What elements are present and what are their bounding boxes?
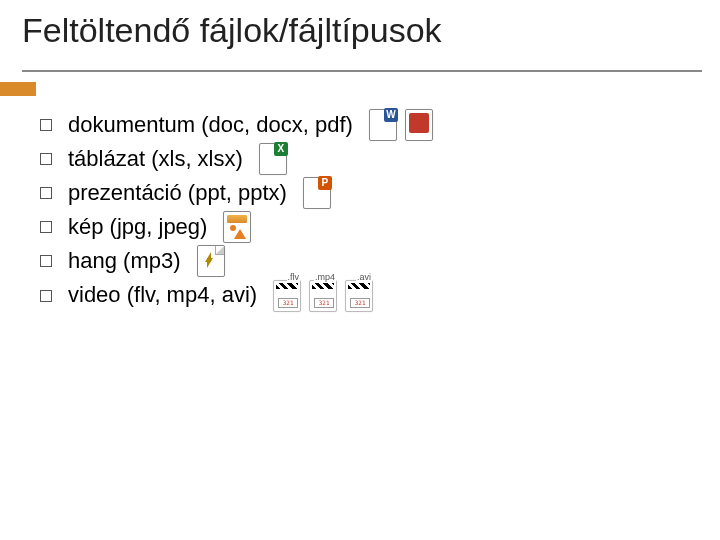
- list-item-text: dokumentum (doc, docx, pdf): [68, 108, 353, 142]
- video-mp4-icon: .mp4321: [309, 280, 337, 312]
- list-item-text: kép (jpg, jpeg): [68, 210, 207, 244]
- icon-group: [223, 211, 251, 243]
- slide: Feltöltendő fájlok/fájltípusok dokumentu…: [0, 0, 720, 540]
- bullet-icon: [40, 153, 52, 165]
- list-item: prezentáció (ppt, pptx) P: [40, 176, 700, 210]
- list-item-text: hang (mp3): [68, 244, 181, 278]
- word-document-icon: W: [369, 109, 397, 141]
- icon-group: X: [259, 143, 287, 175]
- video-flv-icon: .flv321: [273, 280, 301, 312]
- list-item: dokumentum (doc, docx, pdf) W: [40, 108, 700, 142]
- audio-file-icon: [197, 245, 225, 277]
- list-item: táblázat (xls, xlsx) X: [40, 142, 700, 176]
- bullet-icon: [40, 187, 52, 199]
- icon-group: .flv321 .mp4321 .avi321: [273, 280, 373, 312]
- list-item-text: video (flv, mp4, avi): [68, 278, 257, 312]
- bullet-icon: [40, 221, 52, 233]
- accent-bar: [0, 82, 36, 96]
- icon-group: P: [303, 177, 331, 209]
- list-item: video (flv, mp4, avi) .flv321 .mp4321 .a…: [40, 278, 700, 312]
- list-item-text: prezentáció (ppt, pptx): [68, 176, 287, 210]
- bullet-icon: [40, 290, 52, 302]
- image-file-icon: [223, 211, 251, 243]
- list-item: kép (jpg, jpeg): [40, 210, 700, 244]
- icon-group: [197, 245, 225, 277]
- bullet-list: dokumentum (doc, docx, pdf) W táblázat (…: [40, 108, 700, 313]
- video-avi-icon: .avi321: [345, 280, 373, 312]
- icon-group: W: [369, 109, 433, 141]
- slide-title: Feltöltendő fájlok/fájltípusok: [22, 11, 442, 49]
- powerpoint-presentation-icon: P: [303, 177, 331, 209]
- bullet-icon: [40, 119, 52, 131]
- pdf-document-icon: [405, 109, 433, 141]
- excel-spreadsheet-icon: X: [259, 143, 287, 175]
- bullet-icon: [40, 255, 52, 267]
- list-item-text: táblázat (xls, xlsx): [68, 142, 243, 176]
- content-area: dokumentum (doc, docx, pdf) W táblázat (…: [40, 108, 700, 313]
- title-block: Feltöltendő fájlok/fájltípusok: [22, 12, 702, 72]
